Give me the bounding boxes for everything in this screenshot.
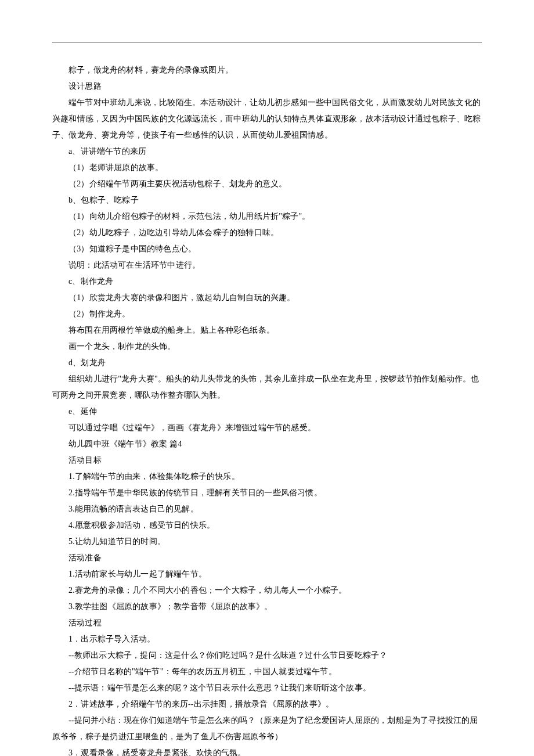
paragraph: 活动过程 (52, 615, 482, 631)
paragraph: b、包粽子、吃粽子 (52, 192, 482, 208)
paragraph: --提问并小结：现在你们知道端午节是怎么来的吗？（原来是为了纪念爱国诗人屈原的，… (52, 712, 482, 745)
paragraph: 3.教学挂图《屈原的故事》；教学音带《屈原的故事》。 (52, 599, 482, 615)
paragraph: 将布围在用两根竹竿做成的船身上。贴上各种彩色纸条。 (52, 322, 482, 339)
paragraph: --介绍节日名称的"端午节"：每年的农历五月初五，中国人就要过端午节。 (52, 664, 482, 680)
paragraph: （2）制作龙舟。 (52, 306, 482, 322)
paragraph: 5.让幼儿知道节日的时间。 (52, 534, 482, 550)
paragraph: 3.能用流畅的语言表达自己的见解。 (52, 501, 482, 517)
paragraph: a、讲讲端午节的来历 (52, 143, 482, 160)
paragraph: d、划龙舟 (52, 355, 482, 371)
paragraph: 2．讲述故事，介绍端午节的来历--出示挂图，播放录音《屈原的故事》。 (52, 696, 482, 712)
paragraph: 1.活动前家长与幼儿一起了解端午节。 (52, 566, 482, 582)
paragraph: 说明：此活动可在生活环节中进行。 (52, 257, 482, 273)
paragraph: 2.指导端午节是中华民族的传统节日，理解有关节日的一些风俗习惯。 (52, 485, 482, 501)
paragraph: 活动准备 (52, 550, 482, 566)
paragraph: 4.愿意积极参加活动，感受节日的快乐。 (52, 517, 482, 534)
horizontal-rule (52, 42, 482, 42)
paragraph: 粽子，做龙舟的材料，赛龙舟的录像或图片。 (52, 62, 482, 78)
paragraph: --教师出示大粽子，提问：这是什么？你们吃过吗？是什么味道？过什么节日要吃粽子？ (52, 647, 482, 664)
paragraph: 1.了解端午节的由来，体验集体吃粽子的快乐。 (52, 469, 482, 485)
paragraph: e、延伸 (52, 404, 482, 420)
paragraph: 3．观看录像，感受赛龙舟是紧张、欢快的气氛。 (52, 745, 482, 756)
paragraph: （1）老师讲屈原的故事。 (52, 160, 482, 176)
paragraph: 组织幼儿进行"龙舟大赛"。船头的幼儿头带龙的头饰，其余儿童排成一队坐在龙舟里，按… (52, 371, 482, 404)
document-body: 粽子，做龙舟的材料，赛龙舟的录像或图片。设计思路端午节对中班幼儿来说，比较陌生。… (52, 62, 482, 756)
paragraph: （2）幼儿吃粽子，边吃边引导幼儿体会粽子的独特口味。 (52, 225, 482, 241)
paragraph: （1）欣赏龙舟大赛的录像和图片，激起幼儿自制自玩的兴趣。 (52, 290, 482, 306)
paragraph: 端午节对中班幼儿来说，比较陌生。本活动设计，让幼儿初步感知一些中国民俗文化，从而… (52, 95, 482, 143)
paragraph: （1）向幼儿介绍包粽子的材料，示范包法，幼儿用纸片折"粽子"。 (52, 208, 482, 225)
paragraph: （2）介绍端午节两项主要庆祝活动包粽子、划龙舟的意义。 (52, 176, 482, 192)
paragraph: 可以通过学唱《过端午》，画画《赛龙舟》来增强过端午节的感受。 (52, 420, 482, 436)
paragraph: （3）知道粽子是中国的特色点心。 (52, 241, 482, 257)
paragraph: 活动目标 (52, 452, 482, 469)
document-page: 粽子，做龙舟的材料，赛龙舟的录像或图片。设计思路端午节对中班幼儿来说，比较陌生。… (0, 0, 534, 756)
paragraph: 设计思路 (52, 78, 482, 95)
paragraph: c、制作龙舟 (52, 273, 482, 290)
paragraph: 画一个龙头，制作龙的头饰。 (52, 339, 482, 355)
paragraph: 1．出示粽子导入活动。 (52, 631, 482, 647)
paragraph: 2.赛龙舟的录像；几个不同大小的香包；一个大粽子，幼儿每人一个小粽子。 (52, 582, 482, 599)
paragraph: 幼儿园中班《端午节》教案 篇4 (52, 436, 482, 452)
paragraph: --提示语：端午节是怎么来的呢？这个节日表示什么意思？让我们来听听这个故事。 (52, 680, 482, 696)
